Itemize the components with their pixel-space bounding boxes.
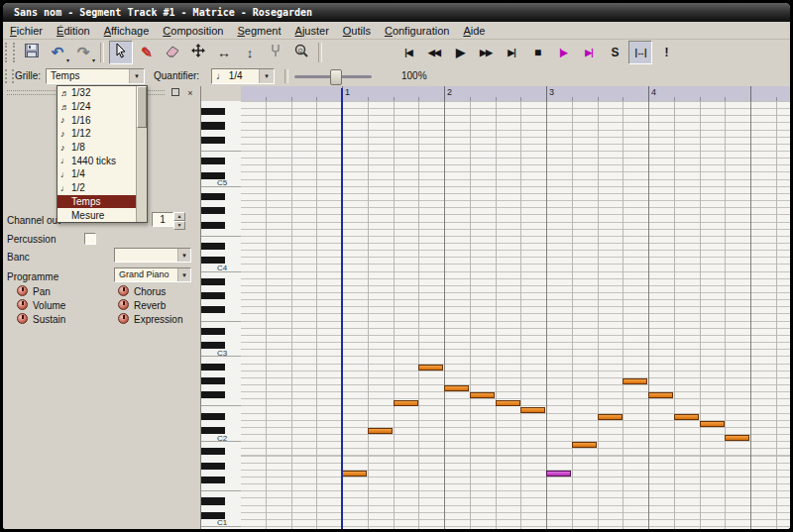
grid-dropdown-item-5[interactable]: ♩1440 ticks (57, 154, 147, 167)
dropdown-caret-icon[interactable]: ▾ (66, 56, 69, 63)
grid-dropdown-item-8[interactable]: Temps (57, 195, 147, 209)
chevron-down-icon[interactable]: ▼ (129, 69, 144, 83)
quantize-combo[interactable]: ♩ 1/4 ▼ (211, 68, 275, 84)
panic-button[interactable]: ! (654, 41, 678, 64)
quantize-tool[interactable]: Q (289, 41, 313, 64)
matrix-note[interactable] (572, 442, 597, 448)
select-tool[interactable] (109, 41, 133, 64)
piano-key-black[interactable] (201, 448, 225, 455)
matrix-note[interactable] (674, 414, 699, 420)
piano-key-black[interactable] (201, 306, 225, 313)
measure-ruler[interactable]: 1234 (241, 86, 790, 102)
loop-start-button[interactable]: |▶ (551, 41, 575, 64)
grid-dropdown-item-3[interactable]: ♪1/12 (57, 127, 147, 141)
menu-item-2[interactable]: Affichage (97, 24, 157, 38)
piano-key-black[interactable] (201, 108, 225, 115)
chorus-knob[interactable] (118, 285, 129, 296)
menu-item-8[interactable]: Aide (456, 24, 492, 38)
matrix-note[interactable] (394, 400, 418, 406)
matrix-note[interactable] (496, 400, 520, 406)
piano-key-black[interactable] (201, 222, 225, 229)
menu-item-1[interactable]: Édition (50, 24, 97, 38)
zoom-slider-thumb[interactable] (330, 69, 342, 85)
titlebar[interactable]: Sans nom - Segment Track #1 - Matrice - … (3, 3, 790, 22)
menu-item-0[interactable]: Fichier (3, 24, 50, 38)
dropdown-caret-icon[interactable]: ▾ (92, 56, 95, 63)
panel-detach-icon[interactable] (170, 88, 181, 100)
fast-forward-button[interactable]: ▶▶ (474, 41, 498, 64)
grid-dropdown-item-9[interactable]: Mesure (57, 208, 147, 222)
menu-item-5[interactable]: Ajuster (288, 24, 336, 38)
piano-key-black[interactable] (201, 463, 225, 470)
redo-button[interactable]: ↷▾ (71, 41, 95, 64)
scroll-follow-button[interactable]: |↔| (628, 41, 652, 64)
piano-key-black[interactable] (201, 193, 225, 200)
grid-dropdown-item-4[interactable]: ♪1/8 (57, 141, 147, 155)
erase-tool[interactable] (161, 41, 184, 64)
piano-key-black[interactable] (201, 391, 225, 398)
rewind-button[interactable]: ◀◀ (422, 41, 446, 64)
volume-knob[interactable] (17, 299, 28, 310)
menu-item-6[interactable]: Outils (336, 24, 378, 38)
matrix-note[interactable] (520, 407, 545, 413)
channel-spinbox[interactable]: 1 (152, 212, 173, 227)
grid-dropdown-item-1[interactable]: ♬1/24 (57, 100, 147, 114)
piano-key-black[interactable] (201, 377, 225, 384)
chevron-down-icon[interactable]: ▼ (259, 69, 274, 83)
chevron-down-icon[interactable]: ▼ (177, 249, 190, 262)
toolbar-grip[interactable] (5, 69, 14, 83)
undo-button[interactable]: ↶▾ (46, 41, 69, 64)
resize-tool[interactable]: ↔ (212, 41, 236, 64)
piano-key-black[interactable] (201, 292, 225, 299)
grid-dropdown-item-0[interactable]: ♬1/32 (57, 86, 147, 100)
piano-key-black[interactable] (201, 328, 225, 335)
matrix-note[interactable] (444, 385, 469, 391)
piano-key-black[interactable] (201, 122, 225, 129)
velocity-tool[interactable]: ↕ (238, 41, 262, 64)
matrix-note[interactable] (700, 421, 725, 427)
grid-combo[interactable]: Temps ▼ (46, 68, 145, 84)
panel-close-icon[interactable]: × (184, 88, 196, 100)
expression-knob[interactable] (118, 313, 129, 324)
play-button[interactable]: ▶ (448, 41, 472, 64)
pan-knob[interactable] (17, 285, 28, 296)
matrix-note-selected[interactable] (546, 471, 571, 477)
piano-key-black[interactable] (201, 278, 225, 285)
matrix-note[interactable] (623, 378, 647, 384)
toolbar-grip[interactable] (5, 43, 15, 62)
channel-spinner-arrows[interactable]: ▲▼ (173, 212, 185, 227)
percussion-checkbox[interactable] (84, 233, 96, 245)
matrix-note[interactable] (342, 471, 367, 477)
menu-item-4[interactable]: Segment (231, 24, 288, 38)
piano-keyboard[interactable]: C5C4C3C2C1 (201, 101, 242, 529)
note-grid[interactable] (241, 101, 790, 529)
grid-dropdown-item-6[interactable]: ♩1/4 (57, 167, 147, 181)
move-tool[interactable] (186, 41, 210, 64)
matrix-note[interactable] (470, 392, 495, 398)
bank-combo[interactable]: ▼ (114, 248, 191, 263)
tuning-fork-tool[interactable] (264, 41, 287, 64)
matrix-note[interactable] (418, 365, 443, 371)
sustain-knob[interactable] (17, 313, 28, 324)
dropdown-scrollbar-thumb[interactable] (137, 86, 147, 128)
grid-dropdown-item-7[interactable]: ♩1/2 (57, 181, 147, 195)
rewind-to-beginning-button[interactable]: |◀ (396, 41, 420, 64)
grid-dropdown-item-2[interactable]: ♪1/16 (57, 113, 147, 127)
chevron-down-icon[interactable]: ▼ (177, 268, 190, 281)
matrix-note[interactable] (368, 428, 393, 434)
reverb-knob[interactable] (118, 299, 129, 310)
piano-key-black[interactable] (201, 497, 225, 504)
draw-tool[interactable]: ✎ (135, 41, 159, 64)
playback-cursor[interactable] (341, 88, 343, 529)
save-button[interactable] (20, 41, 44, 64)
piano-key-black[interactable] (201, 207, 225, 214)
menu-item-3[interactable]: Composition (156, 24, 230, 38)
piano-key-black[interactable] (201, 158, 225, 164)
piano-key-black[interactable] (201, 477, 225, 483)
dropdown-scrollbar[interactable] (136, 86, 147, 222)
matrix-note[interactable] (725, 435, 749, 441)
matrix-note[interactable] (648, 392, 673, 398)
loop-end-button[interactable]: ▶| (577, 41, 601, 64)
piano-key-black[interactable] (201, 364, 225, 371)
piano-key-black[interactable] (201, 137, 225, 144)
